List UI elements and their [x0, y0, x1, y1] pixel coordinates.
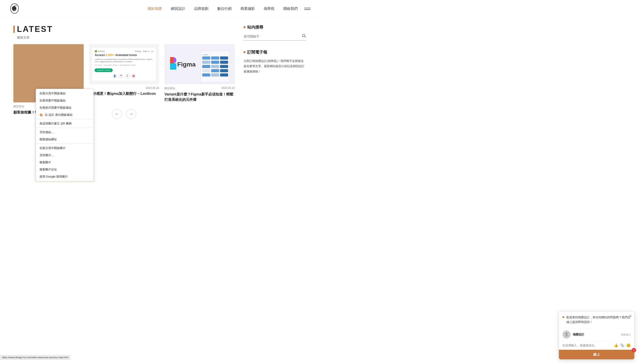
svg-point-9	[62, 66, 68, 72]
svg-rect-26	[202, 56, 210, 60]
context-item-google-search[interactable]: 使用 Google 搜尋圖片	[36, 173, 94, 180]
context-menu: 在新分頁中開啟連結 在新視窗中開啟連結 在無痕式視窗中開啟連結 🎨 以 設計 身…	[36, 89, 94, 182]
svg-rect-31	[220, 61, 228, 64]
svg-rect-39	[211, 74, 219, 76]
svg-rect-6	[29, 72, 35, 77]
context-item-open-image-tab[interactable]: 在新分頁中開啟圖片	[36, 144, 94, 152]
svg-rect-33	[211, 65, 219, 68]
svg-rect-17	[44, 66, 48, 70]
nav-item-contact[interactable]: 聯絡我們	[283, 6, 298, 11]
sidebar-newsletter-accent	[244, 51, 246, 53]
context-item-qr[interactable]: 為這張圖片建立 QR 圖碼	[36, 120, 94, 127]
context-item-open-tab[interactable]: 在新分頁中開啟連結	[36, 90, 94, 97]
lordicon-explore-btn: Explore Library	[94, 68, 113, 72]
context-item-copy-url[interactable]: 複製連結網址	[36, 136, 94, 143]
search-box	[244, 34, 306, 40]
svg-rect-11	[25, 74, 32, 79]
article-title-3: Variant是什麼？Figma新手必須知道！輕鬆打造系統化的元件庫	[164, 92, 235, 102]
article-meta-2: 2023.05.30	[89, 86, 159, 90]
context-item-view-info[interactable]: ℹ View Info	[36, 182, 94, 182]
search-input[interactable]	[244, 34, 300, 38]
context-item-copy-image-address-label: 複製圖片位址	[40, 168, 57, 172]
article-thumb-3: Figma + button	[164, 44, 235, 84]
svg-text:Figma: Figma	[178, 61, 196, 68]
svg-rect-37	[220, 69, 228, 72]
article-date-3: 2023.05.23	[221, 86, 235, 90]
context-item-open-window-label: 在新視窗中開啟連結	[40, 98, 66, 102]
svg-point-7	[46, 66, 51, 71]
svg-rect-35	[202, 69, 210, 72]
hamburger-menu[interactable]	[304, 8, 310, 10]
context-item-copy-url-label: 複製連結網址	[40, 138, 57, 142]
context-item-save-link-label: 另存連結…	[40, 130, 54, 134]
nav-item-brand[interactable]: 品牌規劃	[194, 6, 208, 11]
sidebar-newsletter-section: 訂閱電子報 立即訂閱鴿齋設計(鴿學苑)！我們將不定期發送架站教學文章、最新網站版…	[244, 50, 306, 74]
context-item-copy-image-label: 複製圖片	[40, 160, 51, 164]
context-item-open-image-tab-label: 在新分頁中開啟圖片	[40, 146, 66, 150]
svg-rect-22	[170, 57, 173, 63]
search-icon[interactable]	[302, 34, 306, 39]
svg-rect-14	[60, 74, 68, 79]
svg-rect-32	[202, 65, 210, 68]
svg-rect-30	[211, 61, 219, 64]
context-item-copy-image-address[interactable]: 複製圖片位址	[36, 166, 94, 173]
sidebar-newsletter-title-block: 訂閱電子報	[244, 50, 306, 55]
svg-point-41	[302, 34, 305, 37]
svg-rect-12	[36, 74, 45, 80]
context-item-save-image[interactable]: 另存圖片…	[36, 152, 94, 159]
context-item-copy-image[interactable]: 複製圖片	[36, 159, 94, 166]
section-title-en: LATEST	[17, 24, 53, 34]
prev-page-btn[interactable]: ←	[112, 109, 122, 119]
logo[interactable]	[9, 2, 20, 16]
svg-rect-15	[26, 65, 30, 69]
nav-item-photo[interactable]: 商業攝影	[240, 6, 255, 11]
sidebar-search-accent	[244, 26, 246, 28]
newsletter-desc: 立即訂閱鴿齋設計(鴿學苑)！我們將不定期發送架站教學文章、最新網站版型介紹以及網…	[244, 58, 306, 74]
svg-rect-8	[46, 71, 51, 76]
lordicon-preview: 🟩 lordicon Pricing More ∨ Lo Access 8,90…	[92, 48, 156, 80]
svg-rect-38	[202, 74, 210, 76]
hamburger-line-2	[304, 9, 310, 10]
svg-line-42	[305, 36, 306, 38]
nav-item-about[interactable]: 關於鴿齋	[148, 6, 162, 11]
context-item-open-incognito-label: 在無痕式視窗中開啟連結	[40, 106, 72, 110]
context-divider-2	[36, 128, 94, 128]
nav-item-web-design[interactable]: 網頁設計	[171, 6, 185, 11]
context-item-open-as-design-label: 以 設計 身分開啟連結	[45, 113, 72, 117]
context-item-save-link[interactable]: 另存連結…	[36, 129, 94, 136]
svg-text:+ button: + button	[202, 54, 208, 56]
nav-item-academy[interactable]: 鴿學苑	[264, 6, 274, 11]
article-title-2: 的好感度！教igma加入動態行 – Lordicon	[89, 91, 159, 96]
sidebar-search-title-block: 站內搜尋	[244, 24, 306, 30]
article-card-3[interactable]: Figma + button	[164, 44, 235, 102]
svg-rect-40	[220, 74, 228, 76]
svg-point-5	[29, 67, 35, 72]
section-title-zh: 最新文章	[17, 36, 235, 40]
svg-rect-34	[220, 65, 228, 68]
section-header: LATEST	[14, 24, 235, 34]
context-item-open-tab-label: 在新分頁中開啟連結	[40, 92, 66, 96]
svg-rect-28	[220, 56, 228, 60]
article-category-1: 網頁新知	[14, 104, 24, 108]
sidebar-newsletter-title: 訂閱電子報	[247, 50, 267, 55]
article-meta-3: 網頁新知 2023.05.23	[164, 86, 235, 90]
svg-rect-2	[14, 52, 84, 94]
context-divider-1	[36, 119, 94, 119]
svg-rect-16	[31, 64, 35, 68]
article-card-2[interactable]: 🟩 lordicon Pricing More ∨ Lo Access 8,90…	[89, 44, 159, 102]
sidebar-search-title: 站內搜尋	[247, 24, 263, 30]
design-icon: 🎨	[40, 113, 43, 117]
svg-point-1	[15, 6, 16, 7]
context-item-open-as-design[interactable]: 🎨 以 設計 身分開啟連結	[36, 111, 94, 118]
svg-rect-4	[20, 74, 76, 75]
svg-rect-29	[202, 61, 210, 64]
context-item-open-window[interactable]: 在新視窗中開啟連結	[36, 97, 94, 104]
sidebar: 站內搜尋 訂閱電子報 立即訂閱鴿齋設計(鴿學苑)！我們將不定期發送架站教學文章、…	[244, 24, 306, 119]
content-area: LATEST 最新文章	[14, 24, 235, 119]
next-page-btn[interactable]: →	[126, 109, 136, 119]
svg-rect-10	[62, 72, 68, 76]
nav-item-digital[interactable]: 數位行銷	[217, 6, 232, 11]
article-date-2: 2023.05.30	[146, 86, 159, 90]
svg-rect-36	[211, 69, 219, 72]
context-item-open-incognito[interactable]: 在無痕式視窗中開啟連結	[36, 104, 94, 111]
